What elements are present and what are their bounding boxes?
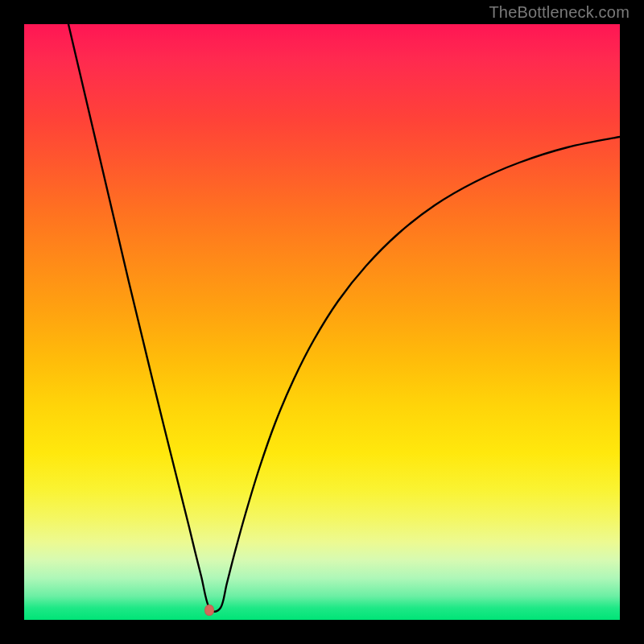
plot-area bbox=[24, 24, 620, 620]
watermark-text: TheBottleneck.com bbox=[489, 3, 630, 22]
minimum-marker bbox=[204, 605, 214, 616]
bottleneck-curve bbox=[24, 24, 620, 620]
chart-stage: TheBottleneck.com bbox=[0, 0, 644, 644]
